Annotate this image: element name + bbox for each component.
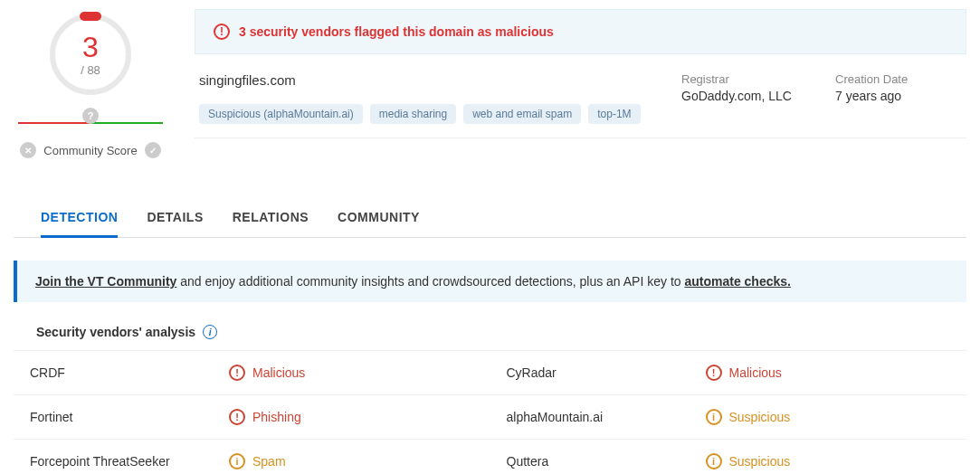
- creation-value: 7 years ago: [835, 89, 962, 103]
- vendor-name: CyRadar: [507, 365, 706, 380]
- score-detections: 3: [82, 33, 99, 62]
- status-malicious: !Phishing: [229, 409, 301, 425]
- vendor-name: Quttera: [507, 454, 706, 469]
- info-circle-icon: i: [229, 453, 245, 469]
- status-suspicious: iSuspicious: [706, 453, 791, 469]
- vendor-name: Forcepoint ThreatSeeker: [30, 454, 229, 469]
- tag[interactable]: top-1M: [588, 104, 640, 124]
- join-community-link[interactable]: Join the VT Community: [35, 274, 176, 289]
- tag[interactable]: media sharing: [370, 104, 456, 124]
- tab-details[interactable]: DETAILS: [147, 199, 203, 237]
- vendor-name: CRDF: [30, 365, 229, 380]
- vendor-cell: QutteraiSuspicious: [490, 440, 967, 474]
- info-circle-icon: i: [706, 409, 722, 425]
- alert-text: 3 security vendors flagged this domain a…: [239, 24, 554, 39]
- score-total: / 88: [81, 63, 100, 77]
- vendor-cell: alphaMountain.aiiSuspicious: [490, 395, 967, 439]
- vendor-name: alphaMountain.ai: [507, 410, 706, 424]
- detection-score: 3 / 88: [50, 14, 131, 95]
- tag[interactable]: Suspicious (alphaMountain.ai): [199, 104, 363, 124]
- status-suspicious: iSpam: [229, 453, 286, 469]
- alert-circle-icon: !: [229, 365, 245, 381]
- vendor-cell: Fortinet!Phishing: [14, 395, 490, 439]
- vendor-name: Fortinet: [30, 410, 229, 424]
- tag[interactable]: web and email spam: [463, 104, 581, 124]
- community-score-bar: ?: [18, 122, 163, 124]
- info-circle-icon: i: [706, 453, 722, 469]
- alert-circle-icon: !: [706, 365, 722, 381]
- alert-circle-icon: !: [229, 409, 245, 425]
- status-malicious: !Malicious: [229, 365, 305, 381]
- close-icon: ✕: [20, 142, 36, 158]
- analysis-title: Security vendors' analysis: [36, 325, 195, 339]
- tab-relations[interactable]: RELATIONS: [233, 199, 309, 237]
- alert-banner: ! 3 security vendors flagged this domain…: [195, 9, 966, 54]
- status-suspicious: iSuspicious: [706, 409, 791, 425]
- community-banner: Join the VT Community and enjoy addition…: [14, 261, 966, 302]
- check-icon: ✓: [145, 142, 161, 158]
- community-score-label: Community Score: [43, 144, 137, 157]
- vendor-cell: CRDF!Malicious: [14, 351, 490, 394]
- tab-community[interactable]: COMMUNITY: [338, 199, 420, 237]
- info-icon[interactable]: i: [203, 325, 217, 339]
- creation-label: Creation Date: [835, 72, 962, 86]
- automate-checks-link[interactable]: automate checks.: [684, 274, 791, 289]
- vendor-cell: CyRadar!Malicious: [490, 351, 967, 394]
- warning-icon: !: [214, 24, 230, 40]
- status-malicious: !Malicious: [706, 365, 782, 381]
- registrar-label: Registrar: [681, 72, 808, 86]
- question-icon: ?: [82, 108, 99, 124]
- vendor-cell: Forcepoint ThreatSeekeriSpam: [14, 440, 490, 474]
- domain-name: singingfiles.com: [199, 72, 641, 88]
- tags-row: Suspicious (alphaMountain.ai)media shari…: [199, 104, 641, 124]
- registrar-value: GoDaddy.com, LLC: [681, 89, 808, 103]
- tab-detection[interactable]: DETECTION: [41, 199, 118, 238]
